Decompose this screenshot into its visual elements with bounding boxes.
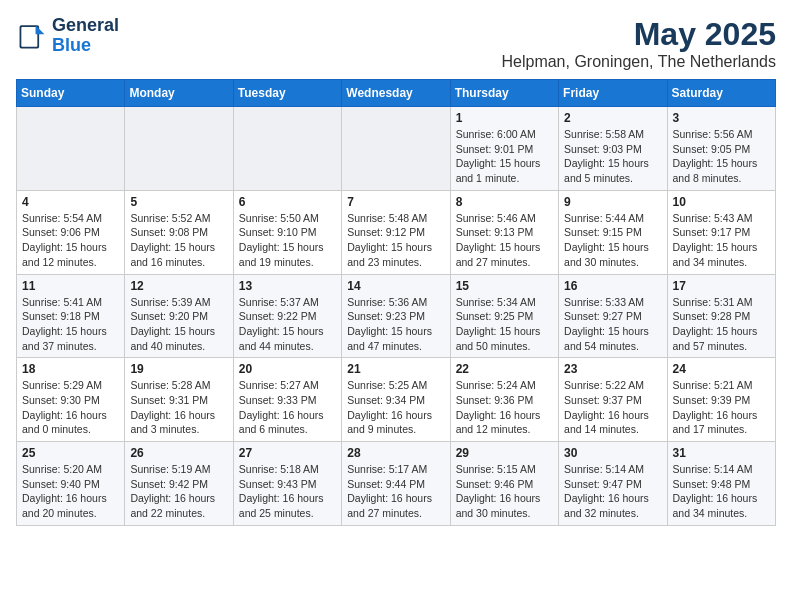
day-number: 18 [22, 362, 119, 376]
logo-text: General Blue [52, 16, 119, 56]
day-number: 28 [347, 446, 444, 460]
calendar-cell: 13Sunrise: 5:37 AM Sunset: 9:22 PM Dayli… [233, 274, 341, 358]
day-number: 5 [130, 195, 227, 209]
day-number: 29 [456, 446, 553, 460]
calendar-cell: 6Sunrise: 5:50 AM Sunset: 9:10 PM Daylig… [233, 190, 341, 274]
day-number: 31 [673, 446, 770, 460]
day-number: 13 [239, 279, 336, 293]
calendar-cell: 15Sunrise: 5:34 AM Sunset: 9:25 PM Dayli… [450, 274, 558, 358]
day-info: Sunrise: 5:28 AM Sunset: 9:31 PM Dayligh… [130, 378, 227, 437]
day-number: 8 [456, 195, 553, 209]
calendar-cell: 17Sunrise: 5:31 AM Sunset: 9:28 PM Dayli… [667, 274, 775, 358]
day-info: Sunrise: 5:43 AM Sunset: 9:17 PM Dayligh… [673, 211, 770, 270]
calendar-cell: 18Sunrise: 5:29 AM Sunset: 9:30 PM Dayli… [17, 358, 125, 442]
weekday-header: Friday [559, 80, 667, 107]
calendar-cell: 30Sunrise: 5:14 AM Sunset: 9:47 PM Dayli… [559, 442, 667, 526]
day-number: 19 [130, 362, 227, 376]
day-number: 2 [564, 111, 661, 125]
day-number: 30 [564, 446, 661, 460]
weekday-header: Saturday [667, 80, 775, 107]
day-info: Sunrise: 5:14 AM Sunset: 9:47 PM Dayligh… [564, 462, 661, 521]
calendar-cell: 2Sunrise: 5:58 AM Sunset: 9:03 PM Daylig… [559, 107, 667, 191]
day-info: Sunrise: 5:31 AM Sunset: 9:28 PM Dayligh… [673, 295, 770, 354]
svg-marker-2 [36, 25, 45, 34]
day-info: Sunrise: 5:25 AM Sunset: 9:34 PM Dayligh… [347, 378, 444, 437]
calendar-cell: 14Sunrise: 5:36 AM Sunset: 9:23 PM Dayli… [342, 274, 450, 358]
logo-icon [16, 20, 48, 52]
day-number: 24 [673, 362, 770, 376]
calendar-week-row: 18Sunrise: 5:29 AM Sunset: 9:30 PM Dayli… [17, 358, 776, 442]
day-number: 27 [239, 446, 336, 460]
day-info: Sunrise: 5:46 AM Sunset: 9:13 PM Dayligh… [456, 211, 553, 270]
day-number: 26 [130, 446, 227, 460]
calendar-cell: 24Sunrise: 5:21 AM Sunset: 9:39 PM Dayli… [667, 358, 775, 442]
day-info: Sunrise: 5:27 AM Sunset: 9:33 PM Dayligh… [239, 378, 336, 437]
calendar-cell: 25Sunrise: 5:20 AM Sunset: 9:40 PM Dayli… [17, 442, 125, 526]
calendar-cell [125, 107, 233, 191]
weekday-header-row: SundayMondayTuesdayWednesdayThursdayFrid… [17, 80, 776, 107]
day-info: Sunrise: 5:19 AM Sunset: 9:42 PM Dayligh… [130, 462, 227, 521]
calendar-cell: 27Sunrise: 5:18 AM Sunset: 9:43 PM Dayli… [233, 442, 341, 526]
day-info: Sunrise: 5:48 AM Sunset: 9:12 PM Dayligh… [347, 211, 444, 270]
calendar-cell: 1Sunrise: 6:00 AM Sunset: 9:01 PM Daylig… [450, 107, 558, 191]
day-info: Sunrise: 5:39 AM Sunset: 9:20 PM Dayligh… [130, 295, 227, 354]
day-info: Sunrise: 5:41 AM Sunset: 9:18 PM Dayligh… [22, 295, 119, 354]
calendar-cell: 28Sunrise: 5:17 AM Sunset: 9:44 PM Dayli… [342, 442, 450, 526]
calendar-cell: 10Sunrise: 5:43 AM Sunset: 9:17 PM Dayli… [667, 190, 775, 274]
calendar-cell: 20Sunrise: 5:27 AM Sunset: 9:33 PM Dayli… [233, 358, 341, 442]
calendar-cell: 4Sunrise: 5:54 AM Sunset: 9:06 PM Daylig… [17, 190, 125, 274]
day-number: 11 [22, 279, 119, 293]
day-info: Sunrise: 5:58 AM Sunset: 9:03 PM Dayligh… [564, 127, 661, 186]
day-number: 3 [673, 111, 770, 125]
day-info: Sunrise: 5:14 AM Sunset: 9:48 PM Dayligh… [673, 462, 770, 521]
calendar-cell: 16Sunrise: 5:33 AM Sunset: 9:27 PM Dayli… [559, 274, 667, 358]
day-number: 9 [564, 195, 661, 209]
day-number: 1 [456, 111, 553, 125]
day-number: 4 [22, 195, 119, 209]
calendar-cell [342, 107, 450, 191]
calendar-cell: 31Sunrise: 5:14 AM Sunset: 9:48 PM Dayli… [667, 442, 775, 526]
calendar-cell: 7Sunrise: 5:48 AM Sunset: 9:12 PM Daylig… [342, 190, 450, 274]
calendar-cell: 29Sunrise: 5:15 AM Sunset: 9:46 PM Dayli… [450, 442, 558, 526]
calendar-cell: 21Sunrise: 5:25 AM Sunset: 9:34 PM Dayli… [342, 358, 450, 442]
weekday-header: Monday [125, 80, 233, 107]
day-info: Sunrise: 5:24 AM Sunset: 9:36 PM Dayligh… [456, 378, 553, 437]
day-number: 22 [456, 362, 553, 376]
calendar-cell: 12Sunrise: 5:39 AM Sunset: 9:20 PM Dayli… [125, 274, 233, 358]
day-number: 6 [239, 195, 336, 209]
day-info: Sunrise: 5:20 AM Sunset: 9:40 PM Dayligh… [22, 462, 119, 521]
calendar-cell: 11Sunrise: 5:41 AM Sunset: 9:18 PM Dayli… [17, 274, 125, 358]
day-number: 17 [673, 279, 770, 293]
day-number: 10 [673, 195, 770, 209]
day-number: 14 [347, 279, 444, 293]
title-block: May 2025 Helpman, Groningen, The Netherl… [501, 16, 776, 71]
weekday-header: Wednesday [342, 80, 450, 107]
day-info: Sunrise: 5:36 AM Sunset: 9:23 PM Dayligh… [347, 295, 444, 354]
day-info: Sunrise: 5:56 AM Sunset: 9:05 PM Dayligh… [673, 127, 770, 186]
calendar-cell: 5Sunrise: 5:52 AM Sunset: 9:08 PM Daylig… [125, 190, 233, 274]
day-info: Sunrise: 5:37 AM Sunset: 9:22 PM Dayligh… [239, 295, 336, 354]
logo: General Blue [16, 16, 119, 56]
day-number: 7 [347, 195, 444, 209]
calendar-week-row: 4Sunrise: 5:54 AM Sunset: 9:06 PM Daylig… [17, 190, 776, 274]
calendar-cell [17, 107, 125, 191]
calendar-subtitle: Helpman, Groningen, The Netherlands [501, 53, 776, 71]
calendar-week-row: 11Sunrise: 5:41 AM Sunset: 9:18 PM Dayli… [17, 274, 776, 358]
day-info: Sunrise: 5:52 AM Sunset: 9:08 PM Dayligh… [130, 211, 227, 270]
day-info: Sunrise: 5:33 AM Sunset: 9:27 PM Dayligh… [564, 295, 661, 354]
calendar-week-row: 25Sunrise: 5:20 AM Sunset: 9:40 PM Dayli… [17, 442, 776, 526]
calendar-cell: 8Sunrise: 5:46 AM Sunset: 9:13 PM Daylig… [450, 190, 558, 274]
day-number: 21 [347, 362, 444, 376]
day-number: 15 [456, 279, 553, 293]
svg-rect-1 [21, 27, 37, 47]
weekday-header: Thursday [450, 80, 558, 107]
day-info: Sunrise: 5:34 AM Sunset: 9:25 PM Dayligh… [456, 295, 553, 354]
calendar-cell: 9Sunrise: 5:44 AM Sunset: 9:15 PM Daylig… [559, 190, 667, 274]
weekday-header: Tuesday [233, 80, 341, 107]
day-info: Sunrise: 5:44 AM Sunset: 9:15 PM Dayligh… [564, 211, 661, 270]
calendar-cell [233, 107, 341, 191]
calendar-week-row: 1Sunrise: 6:00 AM Sunset: 9:01 PM Daylig… [17, 107, 776, 191]
calendar-title: May 2025 [501, 16, 776, 53]
day-info: Sunrise: 6:00 AM Sunset: 9:01 PM Dayligh… [456, 127, 553, 186]
day-number: 25 [22, 446, 119, 460]
